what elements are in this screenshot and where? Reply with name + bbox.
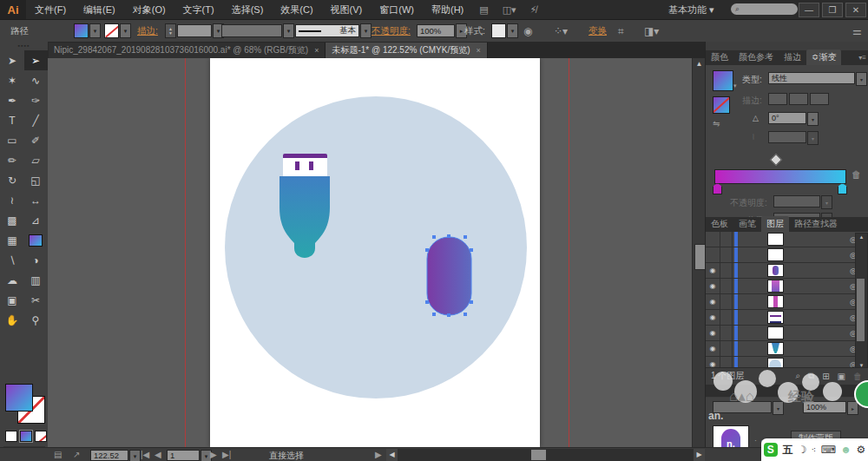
layer-thumbnail[interactable] [767, 280, 784, 293]
gradient-tool[interactable] [24, 230, 48, 250]
layer-thumbnail[interactable] [767, 264, 784, 277]
selection-tool[interactable]: ➤ [1, 50, 24, 70]
magic-wand-tool[interactable]: ✶ [1, 70, 24, 90]
menu-item-4[interactable]: 选择(S) [223, 0, 273, 19]
opacity-link[interactable]: 不透明度: [372, 25, 411, 37]
layer-row-7[interactable]: ◉◎ [706, 326, 868, 341]
lock-cell[interactable] [720, 294, 733, 309]
status-expand-icon[interactable]: ▶ [375, 450, 382, 459]
tab-brushes[interactable]: 画笔 [733, 216, 761, 232]
tab-color[interactable]: 颜色 [706, 49, 733, 65]
stroke-color-swatch[interactable] [104, 23, 119, 38]
rectangle-tool[interactable]: ▭ [1, 130, 24, 150]
delete-layer-icon[interactable]: 🗑 [853, 372, 862, 381]
tab-stroke[interactable]: 描边 [779, 49, 806, 65]
layers-scrollbar[interactable]: ▲ ▼ [855, 233, 868, 369]
free-transform-tool[interactable]: ↔ [24, 190, 48, 210]
visibility-eye-icon[interactable]: ◉ [706, 341, 720, 356]
eyedropper-tool[interactable]: ∖ [1, 250, 24, 270]
artboard-number-field[interactable]: 1 [167, 450, 200, 461]
visibility-eye-icon[interactable]: ◉ [706, 310, 720, 325]
blend-mode-dropdown-icon[interactable]: ▾ [773, 401, 784, 415]
scroll-left-icon[interactable]: ◀ [386, 449, 398, 461]
ime-toolbar[interactable]: S 五 ☽ ⁖ ⌨ ☻ ⚙ [761, 438, 868, 461]
tab-gradient[interactable]: ≎渐变 [806, 49, 841, 65]
vertical-scrollbar[interactable]: ▲ [692, 58, 706, 447]
zoom-tool[interactable]: ⚲ [24, 310, 48, 330]
first-artboard-icon[interactable]: |◀ [141, 450, 149, 459]
menu-item-2[interactable]: 对象(O) [124, 0, 174, 19]
rotate-tool[interactable]: ↻ [1, 170, 24, 190]
color-button[interactable] [5, 431, 17, 442]
lock-cell[interactable] [720, 279, 733, 293]
lock-cell[interactable] [720, 341, 733, 356]
new-layer-icon[interactable]: ▣ [838, 372, 845, 381]
layer-thumbnail[interactable] [767, 342, 784, 355]
transparency-opacity-arrow-icon[interactable]: ▸ [847, 401, 858, 415]
bridge-icon[interactable]: ▤ [479, 4, 488, 16]
pen-tool[interactable]: ✒ [1, 90, 24, 110]
menu-item-3[interactable]: 文字(T) [174, 0, 223, 19]
type-tool[interactable]: T [1, 110, 24, 130]
gradient-stop-start[interactable] [713, 183, 722, 194]
ime-moon-icon[interactable]: ☽ [798, 444, 807, 456]
gradient-panel-menu-icon[interactable]: ▾≡ [858, 54, 866, 62]
gradient-type-dropdown-icon[interactable]: ▾ [856, 72, 867, 86]
tab-layers[interactable]: 图层 [761, 216, 789, 232]
lasso-tool[interactable]: ∿ [24, 70, 48, 90]
ime-mode-label[interactable]: 五 [782, 443, 792, 458]
style-swatch[interactable] [491, 23, 506, 38]
tab-swatches[interactable]: 色板 [706, 216, 733, 232]
stroke-within-icon[interactable] [768, 93, 787, 105]
width-tool[interactable]: ≀ [1, 190, 24, 210]
stroke-color-dropdown-icon[interactable]: ▾ [120, 23, 131, 38]
stop-opacity-dropdown-icon[interactable]: ▾ [821, 195, 832, 209]
width-profile-field[interactable] [221, 24, 282, 37]
next-artboard-icon[interactable]: ▶ [210, 450, 217, 459]
align-options-icon[interactable]: ⁘▾ [554, 25, 568, 37]
minimize-button[interactable]: — [799, 3, 819, 17]
visibility-eye-icon[interactable]: ◉ [706, 326, 720, 340]
make-clipping-mask-icon[interactable]: ⧉ [808, 371, 814, 381]
menu-item-7[interactable]: 窗口(W) [371, 0, 423, 19]
transform-link[interactable]: 变换 [589, 25, 607, 37]
lock-cell[interactable] [720, 263, 733, 278]
document-setup-icon[interactable]: ◉ [523, 25, 532, 37]
reverse-gradient-icon[interactable]: ⇋ [713, 119, 720, 128]
blend-tool[interactable]: ◑ [24, 250, 48, 270]
none-button[interactable] [35, 431, 47, 442]
guide-left[interactable] [185, 58, 186, 447]
canvas-area[interactable] [48, 58, 692, 447]
tools-panel-grip[interactable]: ▪▪▪▪ [0, 42, 48, 50]
menu-item-1[interactable]: 编辑(E) [75, 0, 124, 19]
eraser-tool[interactable]: ▱ [24, 150, 48, 170]
ime-person-icon[interactable]: ☻ [840, 444, 852, 456]
visibility-eye-icon[interactable]: ◉ [706, 279, 720, 293]
bounding-box-icon[interactable]: ⌗ [618, 25, 624, 37]
artboard[interactable] [210, 58, 540, 447]
ime-keyboard-icon[interactable]: ⌨ [821, 444, 836, 456]
gradient-angle-dropdown-icon[interactable]: ▾ [807, 112, 819, 126]
stroke-along-icon[interactable] [789, 93, 808, 105]
gradient-bar[interactable] [714, 169, 846, 184]
fill-indicator[interactable] [5, 384, 33, 412]
gradient-swatch-dropdown-icon[interactable]: ▾ [733, 82, 737, 89]
symbol-sprayer-tool[interactable]: ☁ [1, 270, 24, 290]
fill-color-swatch[interactable] [74, 23, 89, 38]
layer-thumbnail[interactable] [767, 311, 784, 324]
gradient-angle-field[interactable]: 0° [768, 112, 806, 124]
layers-scroll-thumb[interactable] [857, 279, 865, 341]
visibility-eye-icon[interactable] [706, 232, 720, 247]
width-profile-dropdown-icon[interactable]: ▾ [283, 23, 294, 38]
share-icon[interactable]: ↗ [73, 450, 80, 459]
new-sublayer-icon[interactable]: ⊞ [822, 372, 829, 381]
scroll-up-icon[interactable]: ▲ [693, 58, 706, 70]
shape-builder-tool[interactable]: ▩ [1, 210, 24, 230]
fill-color-dropdown-icon[interactable]: ▾ [89, 23, 101, 38]
aspect-ratio-field[interactable] [768, 131, 806, 143]
layer-row-8[interactable]: ◉◎ [706, 341, 868, 357]
ime-logo-icon[interactable]: S [764, 443, 778, 457]
tab-pathfinder[interactable]: 路径查找器 [789, 216, 843, 232]
tab-1-close-icon[interactable]: × [314, 46, 319, 55]
layers-scroll-up-icon[interactable]: ▲ [856, 234, 867, 240]
